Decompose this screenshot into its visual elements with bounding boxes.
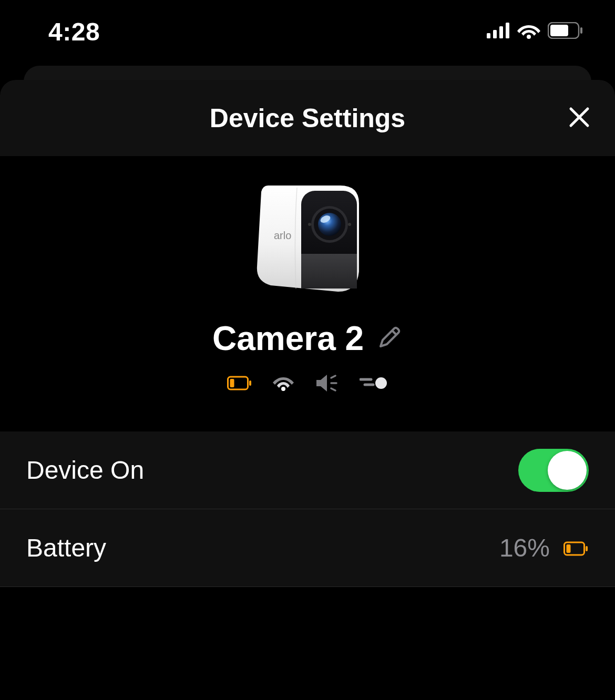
wifi-icon [517, 22, 540, 41]
svg-rect-1 [493, 30, 497, 38]
close-icon [568, 106, 591, 131]
svg-rect-30 [567, 544, 571, 553]
svg-rect-20 [230, 379, 234, 387]
svg-point-22 [281, 387, 285, 391]
speaker-icon [314, 374, 340, 395]
device-status-row [227, 374, 388, 395]
device-on-label: Device On [26, 456, 144, 485]
battery-value: 16% [499, 533, 589, 562]
svg-rect-31 [586, 546, 588, 551]
battery-low-icon [563, 533, 589, 562]
edit-name-button[interactable] [376, 324, 403, 353]
battery-label: Battery [26, 533, 106, 562]
battery-icon [548, 22, 583, 41]
battery-percent: 16% [499, 533, 550, 562]
sheet-title: Device Settings [210, 103, 405, 133]
svg-rect-2 [499, 26, 503, 38]
cellular-icon [487, 23, 510, 40]
status-bar: 4:28 [0, 0, 615, 63]
svg-point-17 [348, 223, 351, 226]
svg-rect-7 [580, 27, 582, 34]
device-on-toggle[interactable] [518, 449, 589, 492]
status-time: 4:28 [48, 17, 100, 46]
svg-rect-3 [506, 23, 509, 38]
device-settings-sheet: Device Settings [0, 80, 615, 700]
svg-point-16 [308, 223, 311, 226]
status-icons [487, 22, 583, 41]
close-button[interactable] [563, 102, 595, 134]
svg-line-25 [331, 388, 335, 390]
svg-line-23 [331, 376, 335, 378]
device-brand: arlo [274, 230, 291, 241]
device-name: Camera 2 [212, 319, 364, 358]
device-image: arlo [239, 172, 376, 298]
svg-rect-21 [249, 380, 251, 386]
toggle-knob [548, 451, 587, 490]
svg-rect-0 [487, 33, 490, 38]
device-on-row: Device On [0, 431, 615, 509]
device-name-row: Camera 2 [212, 319, 403, 358]
motion-icon [360, 376, 388, 393]
battery-low-icon [227, 375, 252, 393]
svg-line-18 [392, 331, 396, 335]
wifi-signal-icon [272, 375, 294, 394]
battery-row[interactable]: Battery 16% [0, 509, 615, 587]
device-hero: arlo Camera 2 [0, 156, 615, 431]
sheet-header: Device Settings [0, 80, 615, 156]
svg-point-28 [375, 377, 387, 389]
svg-point-4 [527, 35, 531, 39]
svg-rect-6 [550, 25, 568, 36]
pencil-icon [376, 343, 403, 352]
settings-list: Device On Battery 16% [0, 431, 615, 587]
